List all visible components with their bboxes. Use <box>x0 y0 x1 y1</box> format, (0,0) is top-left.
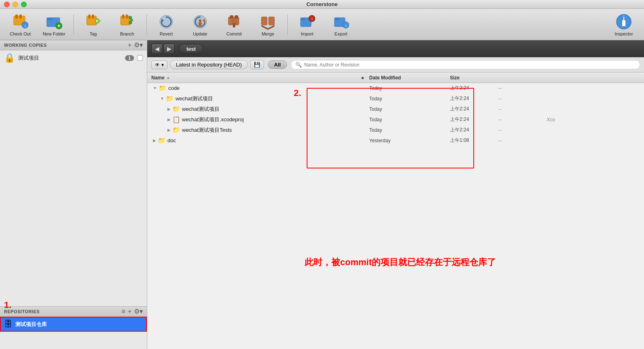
expand-arrow[interactable]: ▼ <box>153 86 157 90</box>
table-row[interactable]: ▶ 📁 wechat测试项目 Today 上午2:24 -- <box>147 104 644 114</box>
status-cell <box>361 116 369 123</box>
working-copies-actions: + ⚙▾ <box>128 42 143 48</box>
svg-rect-31 <box>269 17 274 25</box>
status-cell <box>361 106 369 112</box>
date-cell: Today <box>369 106 450 112</box>
svg-rect-1 <box>15 15 18 19</box>
repos-menu-button[interactable]: ≡ <box>121 308 125 315</box>
sort-asc-icon: ▲ <box>166 75 170 80</box>
date-cell: Today <box>369 96 450 102</box>
file-label: wechat测试项目.xcodeproj <box>182 116 244 123</box>
svg-rect-11 <box>92 15 94 19</box>
repositories-section: REPOSITORIES ≡ + ⚙▾ 🗄 测试项目仓库 <box>0 306 147 349</box>
working-copy-checkbox[interactable] <box>137 55 143 61</box>
branch-icon <box>118 13 136 31</box>
table-row[interactable]: ▶ 📁 doc Yesterday 上午1:08 -- <box>147 135 644 146</box>
svg-rect-23 <box>199 19 201 23</box>
col-size-header[interactable]: Size <box>450 75 498 81</box>
sidebar: WORKING COPIES + ⚙▾ 🔒 测试项目 1 REPOSITORIE… <box>0 40 147 349</box>
extra-cell: Xco <box>547 117 640 123</box>
date-cell: Today <box>369 127 450 133</box>
expand-arrow[interactable]: ▶ <box>167 107 171 111</box>
update-button[interactable]: Update <box>184 10 216 39</box>
revert-button[interactable]: Revert <box>150 10 182 39</box>
export-label: Export <box>335 31 347 36</box>
filter-left: 👁 ▾ Latest in Repository (HEAD) 💾 <box>151 60 264 69</box>
expand-arrow[interactable]: ▶ <box>167 128 171 132</box>
svg-rect-2 <box>19 15 22 19</box>
maximize-button[interactable] <box>21 2 27 7</box>
nav-tab-test[interactable]: test <box>179 44 203 54</box>
toolbar-separator-1 <box>73 15 74 35</box>
repos-settings-button[interactable]: ⚙▾ <box>134 308 143 315</box>
nav-forward-button[interactable]: ▶ <box>163 44 175 54</box>
expand-arrow[interactable]: ▶ <box>153 138 156 143</box>
col-name-header[interactable]: Name ▲ <box>151 75 361 81</box>
svg-marker-32 <box>261 25 274 30</box>
col-date-header[interactable]: Date Modified <box>369 75 450 81</box>
filter-eye-button[interactable]: 👁 ▾ <box>151 60 167 69</box>
nav-back-button[interactable]: ◀ <box>151 44 163 54</box>
import-icon: ↑ <box>298 13 316 31</box>
size-cell: -- <box>498 138 547 143</box>
search-input[interactable] <box>304 62 636 68</box>
time-cell: 上午2:24 <box>450 116 498 123</box>
file-icon: 📁 <box>166 95 174 102</box>
status-cell <box>361 96 369 102</box>
size-cell: -- <box>498 127 547 133</box>
working-copy-item[interactable]: 🔒 测试项目 1 <box>0 50 147 66</box>
main-area: WORKING COPIES + ⚙▾ 🔒 测试项目 1 REPOSITORIE… <box>0 40 644 349</box>
close-button[interactable] <box>4 2 10 7</box>
export-icon: ↓ <box>332 13 350 31</box>
repositories-actions: ≡ + ⚙▾ <box>121 308 143 315</box>
file-name-cell: ▼ 📁 wechat测试项目 <box>151 95 361 102</box>
inspector-icon: i <box>615 13 633 31</box>
file-label: wechat测试项目 <box>182 106 220 113</box>
table-row[interactable]: ▶ 📁 wechat测试项目Tests Today 上午2:24 -- <box>147 125 644 135</box>
svg-rect-34 <box>301 18 305 20</box>
file-icon: 📁 <box>159 84 167 92</box>
newfolder-button[interactable]: + New Folder <box>38 10 70 39</box>
svg-text:↑: ↑ <box>311 16 313 22</box>
status-cell <box>361 85 369 91</box>
working-copy-label: 测试项目 <box>18 54 122 62</box>
file-label: doc <box>167 137 176 143</box>
svg-rect-27 <box>235 15 238 19</box>
size-cell: -- <box>498 85 547 91</box>
checkout-button[interactable]: ↓ Check Out <box>4 10 36 39</box>
toolbar-separator-2 <box>146 15 147 35</box>
commit-button[interactable]: Commit <box>218 10 250 39</box>
merge-button[interactable]: Merge <box>252 10 284 39</box>
add-working-copy-button[interactable]: + <box>128 42 132 48</box>
file-icon: 📁 <box>158 137 166 144</box>
repository-selector[interactable]: Latest in Repository (HEAD) <box>170 60 248 69</box>
filter-save-button[interactable]: 💾 <box>250 60 264 69</box>
expand-arrow[interactable]: ▼ <box>160 96 164 101</box>
window-controls[interactable] <box>4 2 27 7</box>
table-row[interactable]: ▼ 📁 code Today 上午2:24 -- <box>147 83 644 93</box>
file-name-cell: ▶ 📋 wechat测试项目.xcodeproj <box>151 116 361 123</box>
table-row[interactable]: ▼ 📁 wechat测试项目 Today 上午2:24 -- <box>147 93 644 104</box>
inspector-button[interactable]: i Inspector <box>608 10 640 39</box>
svg-rect-9 <box>87 16 96 25</box>
svg-rect-30 <box>261 17 267 25</box>
file-name-cell: ▶ 📁 doc <box>151 137 361 144</box>
merge-label: Merge <box>261 31 274 36</box>
branch-button[interactable]: Branch <box>111 10 143 39</box>
svg-rect-38 <box>335 18 339 20</box>
add-repo-button[interactable]: + <box>128 308 132 315</box>
minimize-button[interactable] <box>13 2 18 7</box>
eye-icon: 👁 <box>155 62 160 68</box>
working-copies-settings-button[interactable]: ⚙▾ <box>134 42 143 48</box>
size-cell: -- <box>498 96 547 102</box>
table-row[interactable]: ▶ 📋 wechat测试项目.xcodeproj Today 上午2:24 --… <box>147 114 644 125</box>
export-button[interactable]: ↓ Export <box>325 10 357 39</box>
expand-arrow[interactable]: ▶ <box>167 117 171 122</box>
nav-bar: ◀ ▶ test <box>147 40 644 57</box>
file-name-cell: ▼ 📁 code <box>151 84 361 92</box>
all-filter-button[interactable]: All <box>268 60 287 69</box>
repository-item[interactable]: 🗄 测试项目仓库 <box>0 317 147 332</box>
file-label: wechat测试项目Tests <box>182 127 232 134</box>
import-button[interactable]: ↑ Import <box>291 10 323 39</box>
tag-button[interactable]: Tag <box>77 10 109 39</box>
